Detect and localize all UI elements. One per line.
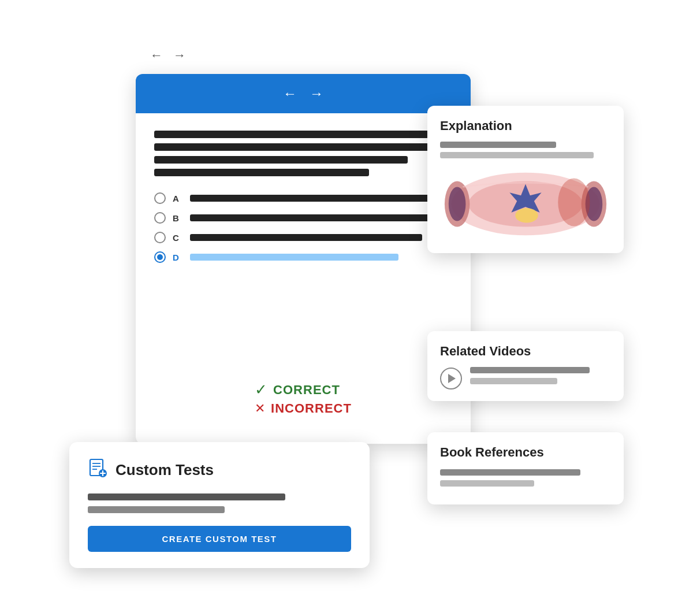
custom-tests-title: Custom Tests <box>116 461 214 479</box>
question-line-4 <box>154 169 369 176</box>
correct-row: ✓ CORRECT <box>255 381 340 399</box>
check-icon: ✓ <box>255 381 267 399</box>
result-area: ✓ CORRECT ✕ INCORRECT <box>255 381 352 416</box>
play-button[interactable] <box>440 368 462 389</box>
explanation-card: Explanation <box>427 106 624 253</box>
top-nav-arrows: ← → <box>150 48 186 63</box>
scene: ← → ← → A B <box>69 48 624 568</box>
custom-tests-icon <box>88 458 107 482</box>
cross-icon: ✕ <box>255 401 265 416</box>
radio-c <box>154 232 166 243</box>
radio-a <box>154 192 166 204</box>
book-line-1 <box>440 469 580 476</box>
custom-tests-card: Custom Tests CREATE CUSTOM TEST <box>69 442 370 568</box>
answer-option-b[interactable]: B <box>154 212 452 224</box>
answer-bar-d <box>190 254 398 261</box>
answer-label-d: D <box>173 253 183 262</box>
question-line-3 <box>154 156 408 164</box>
top-right-arrow[interactable]: → <box>173 48 186 63</box>
answer-option-c[interactable]: C <box>154 232 452 243</box>
question-line-1 <box>154 131 429 138</box>
video-line-1 <box>470 367 590 373</box>
quiz-right-arrow[interactable]: → <box>310 86 323 102</box>
top-left-arrow[interactable]: ← <box>150 48 163 63</box>
video-row[interactable] <box>440 367 611 389</box>
explanation-title: Explanation <box>440 118 611 133</box>
svg-point-7 <box>515 208 538 223</box>
answer-option-a[interactable]: A <box>154 192 452 204</box>
quiz-card-body: A B C <box>136 113 471 285</box>
answer-label-a: A <box>173 194 183 203</box>
radio-b <box>154 212 166 224</box>
answer-label-c: C <box>173 233 183 243</box>
related-videos-title: Related Videos <box>440 344 611 359</box>
answer-label-b: B <box>173 213 183 223</box>
explanation-image <box>440 166 611 242</box>
svg-point-8 <box>558 179 590 227</box>
custom-line-1 <box>88 493 285 500</box>
video-lines <box>470 367 611 389</box>
book-line-2 <box>440 480 534 487</box>
incorrect-row: ✕ INCORRECT <box>255 401 352 416</box>
svg-point-3 <box>449 187 466 221</box>
video-line-2 <box>470 378 557 384</box>
answer-bar-a <box>190 195 452 202</box>
book-lines <box>440 469 611 487</box>
answer-bar-c <box>190 234 422 241</box>
create-custom-test-button[interactable]: CREATE CUSTOM TEST <box>88 526 351 552</box>
quiz-card-header: ← → <box>136 74 471 113</box>
book-references-card: Book References <box>427 432 624 504</box>
correct-text: CORRECT <box>273 383 340 398</box>
radio-d-fill <box>157 254 163 260</box>
quiz-card: ← → A B <box>136 74 471 444</box>
book-references-title: Book References <box>440 445 611 460</box>
answer-bar-b <box>190 214 434 221</box>
related-videos-card: Related Videos <box>427 331 624 401</box>
custom-line-2 <box>88 506 225 513</box>
radio-d <box>154 251 166 263</box>
custom-tests-header: Custom Tests <box>88 458 351 482</box>
quiz-left-arrow[interactable]: ← <box>283 86 297 102</box>
explanation-line-2 <box>440 152 594 158</box>
explanation-line-1 <box>440 142 556 148</box>
play-triangle-icon <box>448 374 456 383</box>
incorrect-text: INCORRECT <box>271 401 352 416</box>
question-line-2 <box>154 143 429 151</box>
answer-option-d[interactable]: D <box>154 251 452 263</box>
custom-tests-lines <box>88 493 351 513</box>
answer-options: A B C <box>154 192 452 263</box>
